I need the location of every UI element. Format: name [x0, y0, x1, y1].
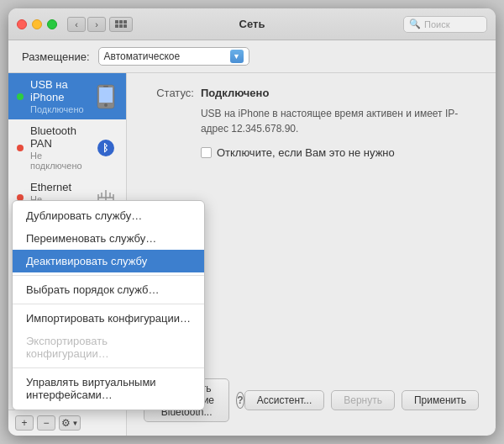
item-name-bt: Bluetooth PAN — [30, 124, 87, 150]
main-content: USB на iPhone Подключено — [8, 73, 496, 436]
status-row: Статус: Подключено — [144, 87, 479, 99]
status-dot-red-bt — [17, 145, 24, 151]
sidebar-item-usb-iphone[interactable]: USB на iPhone Подключено — [8, 73, 126, 119]
sidebar-item-bluetooth-pan[interactable]: Bluetooth PAN Не подключено ᛒ — [8, 119, 126, 176]
bluetooth-icon: ᛒ — [94, 136, 118, 160]
close-button[interactable] — [17, 19, 27, 29]
item-name-eth: Ethernet — [30, 181, 87, 193]
item-text-bt: Bluetooth PAN Не подключено — [30, 124, 87, 171]
sidebar-bottom: + − ⚙ ▼ Дублировать службу… Переименоват… — [8, 410, 126, 436]
status-section: Статус: Подключено USB на iPhone в насто… — [144, 87, 479, 159]
gear-menu-button[interactable]: ⚙ ▼ — [59, 415, 81, 431]
remove-service-button[interactable]: − — [37, 415, 55, 431]
search-placeholder: Поиск — [424, 19, 449, 29]
menu-item-manage[interactable]: Управлять виртуальными интерфейсами… — [13, 371, 204, 406]
menu-item-rename[interactable]: Переименовать службу… — [13, 227, 204, 250]
window-title: Сеть — [239, 18, 265, 30]
action-buttons: Ассистент... Вернуть Применить — [244, 390, 479, 410]
disconnect-label: Отключите, если Вам это не нужно — [217, 146, 395, 159]
assistant-button[interactable]: Ассистент... — [244, 390, 325, 410]
apply-button[interactable]: Применить — [402, 390, 479, 410]
status-value: Подключено — [201, 87, 269, 99]
grid-icon — [115, 20, 127, 28]
search-box[interactable]: 🔍 Поиск — [403, 16, 487, 33]
forward-button[interactable]: › — [87, 17, 106, 32]
menu-item-deactivate[interactable]: Деактивировать службу — [13, 250, 204, 272]
titlebar: ‹ › Сеть 🔍 Поиск — [8, 8, 496, 40]
traffic-lights — [17, 19, 57, 29]
svg-rect-3 — [103, 86, 108, 87]
menu-separator-3 — [13, 367, 204, 368]
add-service-button[interactable]: + — [15, 415, 34, 431]
item-text-usb: USB на iPhone Подключено — [30, 78, 87, 114]
menu-item-import[interactable]: Импортировать конфигурации… — [13, 307, 204, 330]
help-button[interactable]: ? — [236, 392, 244, 409]
iphone-icon — [94, 85, 118, 108]
search-icon: 🔍 — [409, 18, 421, 29]
main-window: ‹ › Сеть 🔍 Поиск Размещение: Автоматичес… — [8, 8, 496, 436]
status-label: Статус: — [144, 87, 194, 99]
select-arrow-icon: ▼ — [230, 50, 244, 63]
status-description: USB на iPhone в настоящее время активен … — [201, 106, 479, 136]
item-status-bt: Не подключено — [30, 151, 87, 171]
item-name-usb: USB на iPhone — [30, 78, 87, 103]
revert-button[interactable]: Вернуть — [331, 390, 395, 410]
svg-point-2 — [104, 103, 108, 107]
gear-arrow-icon: ▼ — [72, 420, 79, 427]
status-dot-green — [17, 93, 24, 100]
menu-item-export: Экспортировать конфигурации… — [13, 330, 204, 365]
placement-value: Автоматическое — [104, 50, 181, 62]
menu-separator-1 — [13, 275, 204, 276]
placement-label: Размещение: — [22, 50, 90, 63]
nav-buttons: ‹ › — [67, 17, 106, 32]
sidebar: USB на iPhone Подключено — [8, 73, 127, 436]
toolbar: Размещение: Автоматическое ▼ — [8, 40, 496, 73]
maximize-button[interactable] — [47, 19, 57, 29]
disconnect-checkbox[interactable] — [201, 147, 212, 158]
item-status-usb: Подключено — [30, 104, 87, 114]
menu-separator-2 — [13, 304, 204, 304]
svg-rect-1 — [99, 87, 113, 103]
minimize-button[interactable] — [32, 19, 42, 29]
grid-button[interactable] — [109, 17, 133, 32]
dropdown-menu: Дублировать службу… Переименовать службу… — [12, 200, 205, 410]
menu-item-duplicate[interactable]: Дублировать службу… — [13, 204, 204, 227]
checkbox-row: Отключите, если Вам это не нужно — [201, 146, 479, 159]
back-button[interactable]: ‹ — [67, 17, 86, 32]
gear-icon: ⚙ — [61, 417, 71, 429]
menu-item-order[interactable]: Выбрать порядок служб… — [13, 278, 204, 301]
placement-select[interactable]: Автоматическое ▼ — [98, 47, 249, 66]
